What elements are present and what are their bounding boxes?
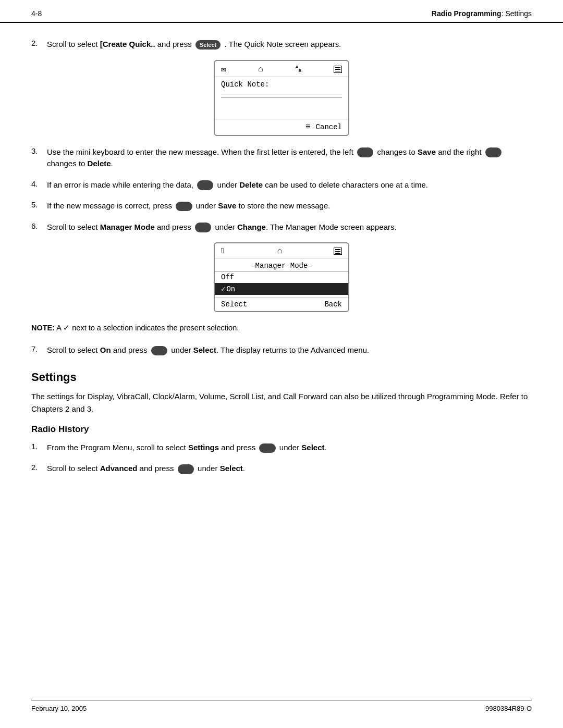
step6-change-bold: Change bbox=[237, 223, 266, 231]
step6-btn bbox=[195, 223, 211, 232]
manager-back-label: Back bbox=[324, 300, 342, 309]
manager-on-row: ✓ On bbox=[215, 283, 348, 295]
step-2-number: 2. bbox=[31, 39, 47, 47]
manager-title: –Manager Mode– bbox=[215, 261, 348, 272]
line-2 bbox=[221, 97, 342, 98]
rh-step2-btn bbox=[178, 464, 194, 474]
step-4-number: 4. bbox=[31, 179, 47, 188]
rh-step-1-num: 1. bbox=[31, 442, 47, 451]
step-2: 2. Scroll to select [Create Quick.. and … bbox=[31, 39, 532, 51]
rh-step2-select-bold: Select bbox=[220, 464, 243, 473]
header-title-bold: Radio Programming bbox=[432, 9, 501, 18]
rh-step2-advanced-bold: Advanced bbox=[100, 464, 138, 473]
header-title: Radio Programming: Settings bbox=[432, 9, 532, 18]
step5-save-bold: Save bbox=[218, 201, 236, 210]
line-1 bbox=[221, 94, 342, 94]
page-container: 4-8 Radio Programming: Settings 2. Scrol… bbox=[0, 0, 563, 728]
step-5-text: If the new message is correct, press und… bbox=[47, 200, 532, 212]
rh-step1-btn bbox=[259, 443, 275, 453]
quick-note-title: Quick Note: bbox=[221, 80, 342, 89]
settings-heading: Settings bbox=[31, 371, 532, 384]
step3-delete-bold: Delete bbox=[88, 159, 111, 168]
step-6: 6. Scroll to select Manager Mode and pre… bbox=[31, 221, 532, 233]
abc-icon: AB bbox=[296, 65, 302, 73]
menu-icon-2 bbox=[334, 248, 342, 255]
manager-off: Off bbox=[215, 272, 348, 283]
step3-right-btn bbox=[485, 147, 501, 157]
header-page-number: 4-8 bbox=[31, 9, 42, 18]
step-7-number: 7. bbox=[31, 344, 47, 353]
rh-step-2-num: 2. bbox=[31, 463, 47, 472]
manager-mode-screen:  ⌂ –Manager Mode– Off ✓ On Selec bbox=[214, 242, 349, 312]
step-6-text: Scroll to select Manager Mode and press … bbox=[47, 221, 532, 233]
note-block: NOTE: A ✓ next to a selection indicates … bbox=[31, 323, 532, 334]
note-text: A ✓ next to a selection indicates the pr… bbox=[56, 324, 239, 332]
envelope-icon: ✉ bbox=[221, 64, 226, 75]
step6-manager-mode-bold: Manager Mode bbox=[100, 223, 155, 231]
step7-btn bbox=[151, 346, 167, 356]
step-3: 3. Use the mini keyboard to enter the ne… bbox=[31, 146, 532, 170]
settings-intro: The settings for Display, VibraCall, Clo… bbox=[31, 390, 532, 415]
step-3-text: Use the mini keyboard to enter the new m… bbox=[47, 146, 532, 170]
footer-date: February 10, 2005 bbox=[31, 705, 87, 712]
page-footer: February 10, 2005 9980384R89-O bbox=[31, 700, 532, 712]
footer-doc-number: 9980384R89-O bbox=[485, 705, 532, 712]
step-4-text: If an error is made while entering the d… bbox=[47, 179, 532, 191]
checkmark-icon: ✓ bbox=[221, 285, 225, 293]
manager-footer: Select Back bbox=[215, 297, 348, 311]
house-icon-2: ⌂ bbox=[277, 246, 283, 256]
rh-step-2-text: Scroll to select Advanced and press unde… bbox=[47, 463, 532, 475]
rh-step1-select-bold: Select bbox=[301, 443, 324, 452]
step-2-bold: [Create Quick.. bbox=[100, 40, 155, 48]
manager-on-label: On bbox=[226, 285, 235, 293]
step-5-number: 5. bbox=[31, 200, 47, 209]
step7-select-bold: Select bbox=[193, 346, 216, 354]
step-5: 5. If the new message is correct, press … bbox=[31, 200, 532, 212]
manager-body: –Manager Mode– Off ✓ On bbox=[215, 258, 348, 297]
rh-step1-settings-bold: Settings bbox=[188, 443, 219, 452]
step7-on-bold: On bbox=[100, 346, 111, 354]
manager-select-label: Select bbox=[221, 300, 247, 309]
step-4: 4. If an error is made while entering th… bbox=[31, 179, 532, 191]
step3-left-btn bbox=[357, 147, 373, 157]
radio-history-step-1: 1. From the Program Menu, scroll to sele… bbox=[31, 442, 532, 454]
main-content: 2. Scroll to select [Create Quick.. and … bbox=[0, 39, 563, 475]
page-header: 4-8 Radio Programming: Settings bbox=[0, 0, 563, 23]
step4-btn bbox=[197, 180, 213, 190]
step-6-number: 6. bbox=[31, 221, 47, 230]
step-3-number: 3. bbox=[31, 146, 47, 155]
radio-history-step-2: 2. Scroll to select Advanced and press u… bbox=[31, 463, 532, 475]
step3-save-bold: Save bbox=[418, 147, 436, 156]
rh-step-1-text: From the Program Menu, scroll to select … bbox=[47, 442, 532, 454]
cancel-icon: ≡ bbox=[305, 122, 311, 132]
quick-note-screen: ✉ ⌂ AB Quick Note: bbox=[214, 60, 349, 136]
radio-history-heading: Radio History bbox=[31, 424, 532, 435]
note-label: NOTE: bbox=[31, 324, 55, 332]
select-button-icon: Select bbox=[195, 40, 221, 50]
step-7-text: Scroll to select On and press under Sele… bbox=[47, 344, 532, 356]
step-7: 7. Scroll to select On and press under S… bbox=[31, 344, 532, 356]
manager-top-bar:  ⌂ bbox=[215, 243, 348, 258]
step-2-text: Scroll to select [Create Quick.. and pre… bbox=[47, 39, 532, 51]
screen-body: Quick Note: bbox=[215, 77, 348, 119]
step5-btn bbox=[176, 202, 192, 212]
cancel-label: Cancel bbox=[316, 123, 342, 131]
signal-icon:  bbox=[221, 247, 226, 256]
screen-top-bar: ✉ ⌂ AB bbox=[215, 61, 348, 77]
step4-delete-bold: Delete bbox=[239, 180, 263, 189]
house-icon: ⌂ bbox=[258, 65, 263, 74]
screen-footer: ≡ Cancel bbox=[215, 119, 348, 135]
menu-icon bbox=[334, 66, 342, 73]
